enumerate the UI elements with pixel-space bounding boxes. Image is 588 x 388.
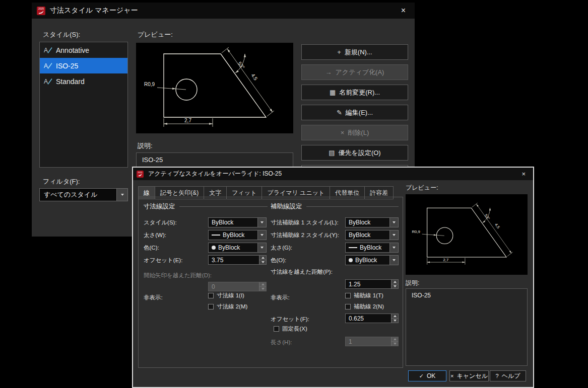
chevron-down-icon[interactable] bbox=[389, 230, 398, 240]
spinner-value: 3.75 bbox=[212, 257, 223, 264]
style-item-label: Annotative bbox=[56, 46, 89, 54]
spin-up-icon[interactable] bbox=[259, 256, 266, 260]
brand-logo-icon: 2025 bbox=[137, 171, 144, 178]
brand-logo-year: 2025 bbox=[37, 7, 45, 10]
set-active-button[interactable]: → アクティブ化(A) bbox=[301, 64, 408, 80]
ext-beyond-dim-label: 寸法線を越えた距離(P): bbox=[271, 268, 333, 276]
hide-dim-line2-checkbox[interactable]: 寸法線 2(M) bbox=[208, 303, 247, 311]
edit-button[interactable]: ✎ 編集(E)... bbox=[301, 105, 408, 120]
spinner-buttons bbox=[259, 256, 266, 264]
spin-up-icon[interactable] bbox=[391, 314, 398, 318]
ext-length-spinner[interactable]: 1 bbox=[345, 337, 399, 346]
style-item-iso25[interactable]: A ISO-25 bbox=[40, 58, 127, 73]
dim-line-weight-combo[interactable]: ByBlock bbox=[208, 230, 267, 240]
style-item-standard[interactable]: A Standard bbox=[40, 73, 127, 89]
description-label: 説明: bbox=[138, 141, 153, 150]
override-dialog-title: アクティブなスタイルをオーバーライド: ISO-25 bbox=[148, 170, 282, 178]
dim-line-offset-spinner[interactable]: 3.75 bbox=[208, 255, 267, 265]
ext-line-color-label: 色(O): bbox=[271, 257, 286, 264]
manager-description-value: ISO-25 bbox=[142, 156, 163, 164]
set-overrides-button[interactable]: ▤ 優先を設定(O) bbox=[301, 145, 408, 161]
angle-dim-label: 53° bbox=[484, 213, 491, 221]
spin-down-icon[interactable] bbox=[259, 286, 266, 291]
chevron-down-icon[interactable] bbox=[116, 189, 127, 201]
ext-line2-style-label: 寸法補助線 2 スタイル(Y): bbox=[271, 231, 339, 239]
chevron-down-icon[interactable] bbox=[257, 243, 266, 252]
spin-up-icon[interactable] bbox=[259, 282, 266, 286]
dim-line-color-label: 色(C): bbox=[144, 244, 159, 252]
cross-icon: × bbox=[341, 129, 345, 136]
ok-label: OK bbox=[427, 372, 435, 379]
combo-value: ByBlock bbox=[360, 244, 381, 251]
style-item-label: ISO-25 bbox=[56, 62, 78, 70]
hide-ext-line2-checkbox[interactable]: 補助線 2(N) bbox=[345, 303, 384, 311]
chevron-down-icon[interactable] bbox=[257, 218, 266, 227]
group-divider bbox=[179, 206, 268, 207]
ext-offset-spinner[interactable]: 0.625 bbox=[345, 314, 399, 323]
spin-up-icon[interactable] bbox=[391, 337, 398, 341]
dim-lines-group-title: 寸法線設定 bbox=[144, 202, 175, 211]
ext-beyond-dim-spinner[interactable]: 1.25 bbox=[345, 279, 399, 289]
close-icon[interactable]: × bbox=[397, 6, 410, 15]
dim-style-icon: A bbox=[43, 62, 52, 69]
ok-button[interactable]: ✓ OK bbox=[408, 370, 446, 381]
dim-line-color-combo[interactable]: ByBlock bbox=[208, 243, 267, 253]
filter-combo[interactable]: すべてのスタイル bbox=[39, 188, 128, 201]
rename-button[interactable]: ▦ 名前変更(R)... bbox=[301, 85, 408, 100]
spin-down-icon[interactable] bbox=[391, 341, 398, 346]
spin-up-icon[interactable] bbox=[391, 280, 398, 284]
spinner-value: 0 bbox=[212, 283, 215, 290]
aligned-dim-label: 4.5 bbox=[494, 222, 501, 229]
checkbox-label: 補助線 2(N) bbox=[354, 303, 384, 311]
override-titlebar[interactable]: 2025 アクティブなスタイルをオーバーライド: ISO-25 × bbox=[133, 168, 533, 180]
help-button[interactable]: ? ヘルプ bbox=[490, 370, 526, 381]
spinner-value: 1 bbox=[349, 338, 352, 345]
spin-down-icon[interactable] bbox=[391, 284, 398, 288]
dim-line-style-combo[interactable]: ByBlock bbox=[208, 217, 267, 227]
fixed-length-checkbox[interactable]: 固定長(X) bbox=[274, 325, 307, 333]
spin-down-icon[interactable] bbox=[259, 260, 266, 264]
style-item-annotative[interactable]: A Annotative bbox=[40, 42, 127, 58]
bottom-dim-label: 2,7 bbox=[184, 118, 191, 123]
description-label: 説明: bbox=[406, 279, 419, 287]
spinner-value: 0.625 bbox=[349, 315, 364, 322]
color-swatch-icon bbox=[349, 258, 353, 262]
chevron-down-icon[interactable] bbox=[389, 243, 398, 252]
spinner-buttons bbox=[391, 314, 398, 323]
lines-tab-panel: 寸法線設定 スタイル(S): ByBlock 太さ(W): ByBlock 色(… bbox=[138, 197, 403, 368]
angle-dim-label: 53° bbox=[237, 61, 246, 70]
preview-label: プレビュー: bbox=[406, 184, 438, 192]
hide-ext-line1-checkbox[interactable]: 補助線 1(T) bbox=[345, 292, 383, 299]
close-icon[interactable]: × bbox=[517, 170, 530, 178]
chevron-down-icon[interactable] bbox=[389, 256, 398, 265]
cross-icon: × bbox=[450, 373, 453, 379]
bottom-dim-label: 2,7 bbox=[443, 258, 449, 262]
spin-down-icon[interactable] bbox=[391, 318, 398, 323]
delete-button[interactable]: × 削除(L) bbox=[301, 125, 408, 140]
dim-line-beyond-arrows-spinner[interactable]: 0 bbox=[208, 282, 267, 291]
cancel-button[interactable]: × キャンセル bbox=[449, 370, 489, 381]
svg-text:A: A bbox=[44, 62, 48, 69]
ext-line-color-combo[interactable]: ByBlock bbox=[345, 255, 399, 265]
hide-dim-line1-checkbox[interactable]: 寸法線 1(I) bbox=[208, 292, 244, 299]
ext-lines-group-title: 補助線設定 bbox=[271, 202, 302, 211]
manager-dialog-title: 寸法スタイル マネージャー bbox=[50, 6, 138, 15]
combo-value: ByBlock bbox=[212, 219, 233, 226]
ext-line-weight-combo[interactable]: ByBlock bbox=[345, 243, 399, 253]
ext-line2-style-combo[interactable]: ByBlock bbox=[345, 230, 399, 240]
new-style-button[interactable]: + 新規(N)... bbox=[301, 44, 408, 60]
dim-style-icon: A bbox=[43, 77, 52, 85]
checkbox-label: 寸法線 1(I) bbox=[217, 292, 244, 299]
svg-text:A: A bbox=[44, 47, 48, 54]
style-list: A Annotative A ISO-25 A Standard bbox=[39, 42, 128, 168]
combo-value: ByBlock bbox=[355, 257, 377, 264]
chevron-down-icon[interactable] bbox=[389, 218, 398, 227]
styles-label: スタイル(S): bbox=[43, 30, 80, 39]
manager-titlebar[interactable]: 2025 寸法スタイル マネージャー × bbox=[32, 3, 415, 19]
ext-length-label: 長さ(H): bbox=[271, 339, 292, 346]
ext-line1-style-combo[interactable]: ByBlock bbox=[345, 217, 399, 227]
override-description-value: ISO-25 bbox=[412, 292, 431, 299]
rename-label: 名前変更(R)... bbox=[339, 88, 380, 97]
chevron-down-icon[interactable] bbox=[257, 230, 266, 240]
delete-label: 削除(L) bbox=[348, 128, 369, 137]
